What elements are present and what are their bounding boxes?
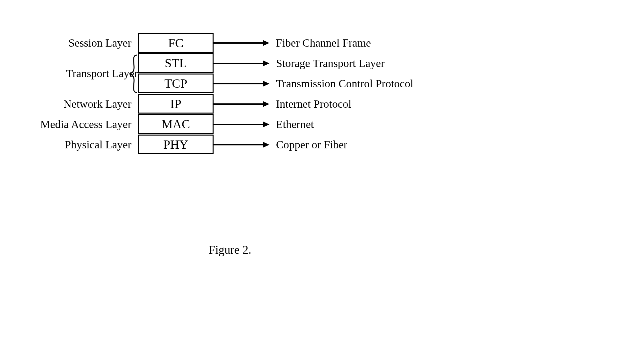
arrow-icon <box>214 135 273 155</box>
svg-marker-7 <box>263 101 269 107</box>
arrow-icon <box>214 115 273 134</box>
layer-stack-diagram: Session Layer FC Fiber Channel Frame STL… <box>23 33 467 155</box>
svg-marker-11 <box>263 142 269 148</box>
svg-marker-9 <box>263 121 269 127</box>
tcp-desc: Transmission Control Protocol <box>273 77 457 90</box>
stl-desc: Storage Transport Layer <box>273 57 457 70</box>
row-physical: Physical Layer PHY Copper or Fiber <box>23 135 467 155</box>
svg-marker-1 <box>263 40 269 46</box>
media-layer-label: Media Access Layer <box>23 118 138 131</box>
transport-layer-label: Transport Layer <box>66 67 138 80</box>
svg-marker-3 <box>263 60 269 66</box>
network-layer-label: Network Layer <box>23 98 138 110</box>
mac-desc: Ethernet <box>273 118 457 131</box>
arrow-icon <box>214 94 273 114</box>
figure-caption: Figure 2. <box>0 243 460 257</box>
stl-box: STL <box>138 53 214 73</box>
physical-layer-label: Physical Layer <box>23 139 138 151</box>
row-session: Session Layer FC Fiber Channel Frame <box>23 33 467 53</box>
ip-desc: Internet Protocol <box>273 98 457 110</box>
phy-box: PHY <box>138 135 214 154</box>
fc-desc: Fiber Channel Frame <box>273 37 457 49</box>
arrow-icon <box>214 33 273 53</box>
tcp-box: TCP <box>138 74 214 93</box>
fc-box: FC <box>138 33 214 53</box>
arrow-icon <box>214 54 273 73</box>
row-media: Media Access Layer MAC Ethernet <box>23 114 467 135</box>
arrow-icon <box>214 74 273 94</box>
session-layer-label: Session Layer <box>23 37 138 49</box>
row-network: Network Layer IP Internet Protocol <box>23 94 467 114</box>
ip-box: IP <box>138 94 214 114</box>
transport-layer-label-wrap: Transport Layer <box>23 53 149 94</box>
phy-desc: Copper or Fiber <box>273 139 457 151</box>
mac-box: MAC <box>138 114 214 134</box>
svg-marker-5 <box>263 81 269 87</box>
